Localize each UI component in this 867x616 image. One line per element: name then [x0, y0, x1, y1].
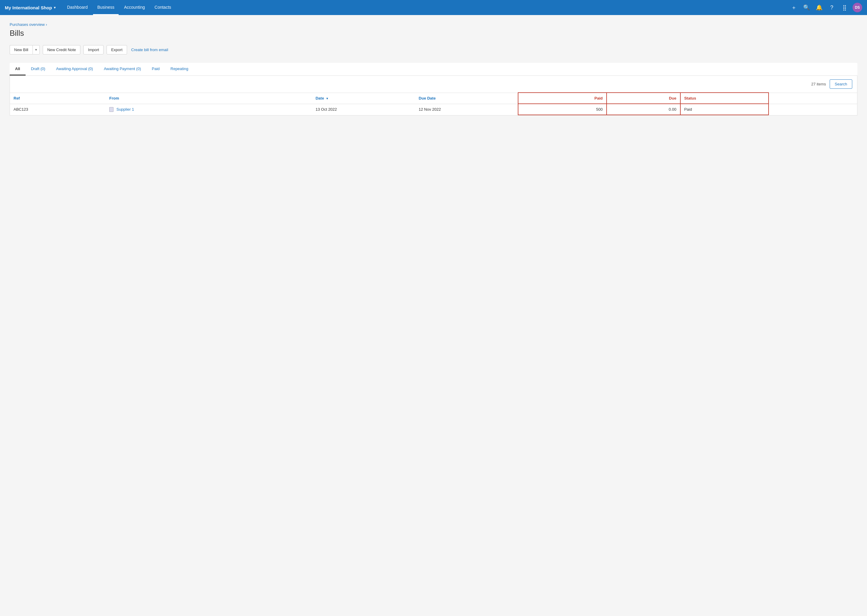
breadcrumb[interactable]: Purchases overview › — [9, 22, 858, 27]
items-count: 27 items — [811, 82, 826, 86]
search-button[interactable]: Search — [830, 79, 852, 89]
tab-repeating[interactable]: Repeating — [165, 63, 194, 75]
nav-contacts[interactable]: Contacts — [150, 0, 175, 15]
brand-name: My International Shop — [5, 5, 52, 10]
col-header-date[interactable]: Date ▼ — [312, 93, 415, 104]
tabs: All Draft (0) Awaiting Approval (0) Awai… — [9, 63, 858, 76]
col-header-ref[interactable]: Ref — [10, 93, 106, 104]
col-header-due[interactable]: Due — [607, 93, 680, 104]
cell-ref: ABC123 — [10, 104, 106, 115]
navbar: My International Shop ▾ Dashboard Busine… — [0, 0, 867, 15]
table-row: ABC123 Supplier 1 13 Oct 2022 12 Nov 202… — [10, 104, 857, 115]
cell-status: Paid — [680, 104, 769, 115]
avatar[interactable]: DS — [853, 3, 862, 13]
cell-due: 0.00 — [607, 104, 680, 115]
supplier-link[interactable]: Supplier 1 — [117, 107, 134, 112]
col-header-actions — [769, 93, 857, 104]
cell-from: Supplier 1 — [106, 104, 312, 115]
page-title: Bills — [9, 28, 858, 38]
new-bill-button[interactable]: New Bill — [9, 45, 33, 55]
nav-accounting[interactable]: Accounting — [120, 0, 149, 15]
help-icon[interactable]: ? — [827, 3, 836, 12]
toolbar: New Bill ▾ New Credit Note Import Export… — [9, 45, 858, 55]
bills-table: Ref From Date ▼ Due Date Paid Due Status… — [10, 92, 857, 115]
tab-awaiting-payment[interactable]: Awaiting Payment (0) — [98, 63, 146, 75]
col-header-from[interactable]: From — [106, 93, 312, 104]
nav-business[interactable]: Business — [93, 0, 118, 15]
new-credit-note-button[interactable]: New Credit Note — [43, 45, 80, 55]
search-icon[interactable]: 🔍 — [802, 3, 811, 12]
tab-all[interactable]: All — [9, 63, 25, 75]
col-header-paid[interactable]: Paid — [518, 93, 607, 104]
new-bill-group: New Bill ▾ — [9, 45, 40, 55]
nav-dashboard[interactable]: Dashboard — [63, 0, 92, 15]
table-container: 27 items Search Ref From Date ▼ Due Date… — [9, 76, 858, 115]
tab-awaiting-approval[interactable]: Awaiting Approval (0) — [50, 63, 98, 75]
new-bill-caret[interactable]: ▾ — [33, 45, 40, 55]
main-content: Purchases overview › Bills New Bill ▾ Ne… — [0, 15, 867, 616]
col-header-due-date[interactable]: Due Date — [415, 93, 519, 104]
cell-paid: 500 — [518, 104, 607, 115]
brand-chevron: ▾ — [54, 6, 56, 9]
table-toolbar: 27 items Search — [10, 76, 857, 92]
plus-icon[interactable]: ＋ — [789, 3, 798, 12]
export-button[interactable]: Export — [107, 45, 127, 55]
bell-icon[interactable]: 🔔 — [815, 3, 824, 12]
cell-due-date: 12 Nov 2022 — [415, 104, 519, 115]
cell-date: 13 Oct 2022 — [312, 104, 415, 115]
import-button[interactable]: Import — [84, 45, 104, 55]
nav-right: ＋ 🔍 🔔 ? ⣿ DS — [789, 3, 862, 13]
grid-icon[interactable]: ⣿ — [840, 3, 849, 12]
brand[interactable]: My International Shop ▾ — [5, 5, 56, 10]
cell-actions — [769, 104, 857, 115]
create-from-email-button[interactable]: Create bill from email — [130, 46, 169, 54]
tab-draft[interactable]: Draft (0) — [25, 63, 51, 75]
table-header-row: Ref From Date ▼ Due Date Paid Due Status — [10, 93, 857, 104]
nav-links: Dashboard Business Accounting Contacts — [63, 0, 789, 15]
col-header-status[interactable]: Status — [680, 93, 769, 104]
tab-paid[interactable]: Paid — [146, 63, 165, 75]
doc-icon — [109, 107, 113, 112]
date-sort-arrow: ▼ — [326, 97, 329, 100]
